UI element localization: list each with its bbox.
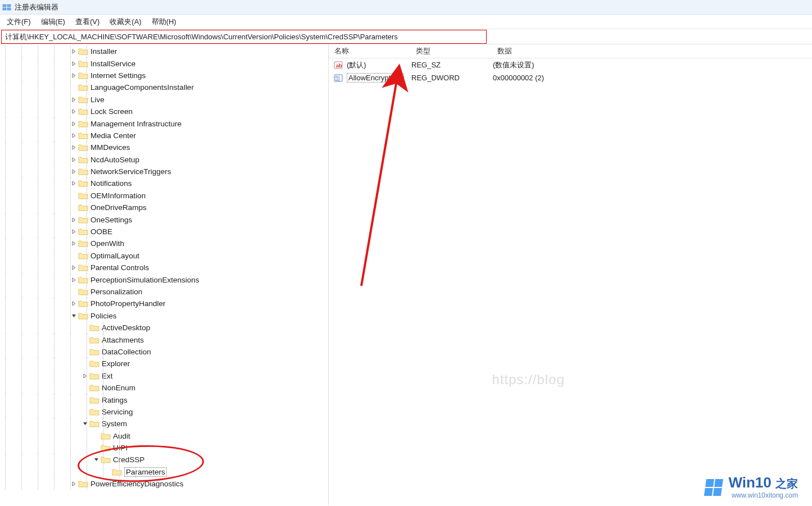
tree-item[interactable]: Audit — [0, 430, 328, 442]
folder-icon — [101, 455, 111, 464]
folder-icon — [78, 83, 88, 92]
folder-icon — [78, 143, 88, 152]
tree-item[interactable]: Lock Screen — [0, 106, 328, 117]
value-row[interactable]: 011110AllowEncryptio...REG_DWORD0x000000… — [329, 71, 812, 84]
folder-icon — [89, 372, 99, 380]
tree-item[interactable]: Attachments — [0, 334, 328, 345]
menu-bar: 文件(F) 编辑(E) 查看(V) 收藏夹(A) 帮助(H) — [0, 15, 812, 29]
tree-pane[interactable]: InstallerInstallServiceInternet Settings… — [0, 44, 329, 505]
tree-item-label: OptimalLayout — [90, 252, 139, 260]
svg-text:110: 110 — [335, 78, 341, 81]
value-row[interactable]: ab(默认)REG_SZ(数值未设置) — [329, 58, 812, 71]
svg-rect-0 — [3, 4, 6, 7]
folder-icon — [89, 359, 99, 368]
folder-icon — [78, 120, 88, 128]
tree-item[interactable]: Ratings — [0, 394, 328, 405]
tree-item[interactable]: NetworkServiceTriggers — [0, 166, 328, 177]
svg-rect-3 — [7, 8, 11, 10]
tree-item[interactable]: LanguageComponentsInstaller — [0, 81, 328, 93]
tree-item[interactable]: Internet Settings — [0, 70, 328, 81]
menu-edit[interactable]: 编辑(E) — [41, 17, 65, 27]
folder-icon — [78, 312, 88, 320]
folder-icon — [78, 167, 88, 176]
tree-item[interactable]: NcdAutoSetup — [0, 154, 328, 166]
tree-item[interactable]: NonEnum — [0, 382, 328, 394]
tree-item[interactable]: OpenWith — [0, 238, 328, 249]
tree-item[interactable]: PhotoPropertyHandler — [0, 298, 328, 309]
tree-item[interactable]: CredSSP — [0, 454, 328, 466]
folder-icon — [78, 179, 88, 188]
tree-item-label: OEMInformation — [90, 192, 146, 200]
svg-rect-2 — [7, 4, 11, 7]
tree-item[interactable]: PerceptionSimulationExtensions — [0, 273, 328, 285]
tree-item[interactable]: Explorer — [0, 358, 328, 370]
tree-item[interactable]: PowerEfficiencyDiagnostics — [0, 478, 328, 490]
folder-icon — [89, 323, 99, 332]
tree-item[interactable]: Personalization — [0, 286, 328, 298]
folder-icon — [89, 420, 99, 428]
folder-icon — [78, 216, 88, 224]
tree-item[interactable]: MMDevices — [0, 142, 328, 153]
folder-icon — [89, 396, 99, 404]
regedit-icon — [2, 3, 11, 12]
folder-icon — [101, 444, 111, 452]
tree-item[interactable]: Policies — [0, 310, 328, 322]
svg-rect-1 — [3, 8, 6, 10]
tree-item[interactable]: Ext — [0, 370, 328, 382]
address-bar[interactable]: 计算机\HKEY_LOCAL_MACHINE\SOFTWARE\Microsof… — [1, 30, 487, 44]
col-header-data[interactable]: 数据 — [492, 46, 812, 56]
svg-line-9 — [361, 77, 397, 286]
folder-icon — [78, 47, 88, 56]
col-header-type[interactable]: 类型 — [410, 46, 492, 56]
tree-item[interactable]: InstallService — [0, 57, 328, 69]
value-type: REG_DWORD — [410, 74, 492, 82]
tree-item[interactable]: OneSettings — [0, 213, 328, 225]
tree-item[interactable]: Media Center — [0, 130, 328, 142]
values-pane[interactable]: 名称 类型 数据 ab(默认)REG_SZ(数值未设置)011110AllowE… — [329, 44, 812, 505]
folder-icon — [89, 384, 99, 392]
menu-view[interactable]: 查看(V) — [75, 17, 99, 27]
annotation-arrow — [340, 61, 413, 291]
folder-icon — [78, 203, 88, 212]
tree-item[interactable]: OptimalLayout — [0, 250, 328, 262]
tree-item[interactable]: Parental Controls — [0, 262, 328, 273]
tree-item[interactable]: DataCollection — [0, 346, 328, 358]
tree-item[interactable]: Parameters — [0, 466, 328, 478]
tree-item[interactable]: Notifications — [0, 177, 328, 189]
tree-item-label: Parental Controls — [90, 263, 149, 272]
tree-item[interactable]: OneDriveRamps — [0, 202, 328, 213]
menu-file[interactable]: 文件(F) — [7, 17, 31, 27]
window-title: 注册表编辑器 — [15, 2, 58, 12]
folder-icon — [89, 348, 99, 356]
menu-favorites[interactable]: 收藏夹(A) — [110, 17, 141, 27]
folder-icon — [78, 288, 88, 296]
tree-item-label: NcdAutoSetup — [90, 156, 139, 164]
tree-item[interactable]: Installer — [0, 45, 328, 57]
folder-icon — [78, 95, 88, 104]
tree-item[interactable]: OOBE — [0, 226, 328, 238]
folder-icon — [78, 156, 88, 164]
value-data: (数值未设置) — [492, 60, 812, 70]
tree-item[interactable]: UIPI — [0, 442, 328, 454]
value-name: AllowEncryptio... — [347, 73, 404, 83]
folder-icon — [78, 276, 88, 284]
tree-item-label: OneDriveRamps — [90, 203, 147, 212]
menu-help[interactable]: 帮助(H) — [152, 17, 176, 27]
watermark-faded-url: https://blog — [492, 372, 565, 388]
tree-item[interactable]: Live — [0, 94, 328, 106]
folder-icon — [78, 252, 88, 260]
tree-item[interactable]: OEMInformation — [0, 190, 328, 202]
tree-item-label: PowerEfficiencyDiagnostics — [90, 480, 184, 488]
tree-item[interactable]: ActiveDesktop — [0, 322, 328, 334]
folder-icon — [78, 107, 88, 116]
folder-icon — [78, 192, 88, 200]
string-value-icon: ab — [333, 60, 343, 70]
tree-item[interactable]: Servicing — [0, 406, 328, 418]
tree-item[interactable]: Management Infrastructure — [0, 117, 328, 129]
folder-icon — [78, 263, 88, 272]
title-bar: 注册表编辑器 — [0, 0, 812, 15]
folder-icon — [78, 299, 88, 308]
col-header-name[interactable]: 名称 — [329, 46, 410, 56]
tree-item[interactable]: System — [0, 418, 328, 430]
value-type: REG_SZ — [410, 61, 492, 69]
